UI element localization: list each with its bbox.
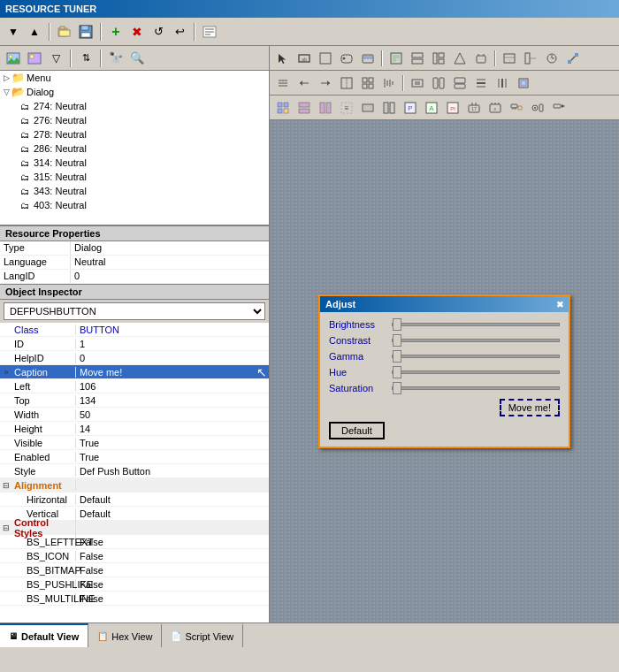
hue-label: Hue	[329, 367, 386, 378]
open-btn[interactable]	[55, 22, 74, 42]
rtb-btn5[interactable]	[386, 49, 406, 68]
svg-rect-25	[393, 58, 396, 62]
tree-item-dialog[interactable]: ▽ 📂 Dialog	[0, 85, 269, 99]
rtb-btn10[interactable]: ↑	[500, 49, 519, 68]
rtb-btn6[interactable]	[408, 49, 427, 68]
tree-item-314[interactable]: 🗂 314: Neutral	[0, 156, 269, 170]
rtb3-btn13[interactable]	[528, 98, 547, 118]
rtb-btn4[interactable]	[358, 49, 378, 68]
rtb2-btn11[interactable]	[493, 73, 512, 93]
properties-btn[interactable]	[200, 22, 219, 42]
tree-item-274[interactable]: 🗂 274: Neutral	[0, 99, 269, 113]
rtb3-btn12[interactable]: OK	[507, 98, 526, 118]
hue-slider[interactable]	[392, 370, 560, 374]
svg-text:PI: PI	[450, 106, 455, 111]
rtb3-btn7[interactable]: P	[401, 98, 420, 118]
hue-thumb[interactable]	[393, 366, 401, 378]
undo-btn[interactable]: ↩	[170, 22, 189, 42]
rtb-btn13[interactable]	[563, 49, 583, 68]
rtb2-btn9[interactable]	[450, 73, 470, 93]
rtb-btn2[interactable]	[316, 49, 335, 68]
tree-item-315[interactable]: 🗂 315: Neutral	[0, 170, 269, 184]
arrow-down-btn[interactable]: ▼	[4, 22, 23, 42]
image-btn1[interactable]	[4, 49, 23, 68]
svg-rect-96	[390, 103, 394, 113]
find-btn[interactable]: 🔍	[127, 49, 147, 68]
saturation-thumb[interactable]	[393, 382, 401, 394]
delete-btn[interactable]: ✖	[127, 22, 147, 42]
brightness-thumb[interactable]	[393, 318, 401, 331]
sep-l2	[100, 50, 102, 67]
tree-item-278[interactable]: 🗂 278: Neutral	[0, 127, 269, 141]
rtb2-btn8[interactable]	[429, 73, 448, 93]
rtb3-btn10[interactable]: 17	[464, 98, 484, 118]
rtb2-btn6[interactable]	[379, 73, 399, 93]
add-btn[interactable]: +	[106, 22, 126, 42]
rtb3-btn4[interactable]: ≡	[337, 98, 356, 118]
object-dropdown[interactable]: DEFPUSHBUTTON	[4, 302, 265, 320]
gamma-thumb[interactable]	[393, 350, 401, 363]
arrow-up-btn[interactable]: ▲	[25, 22, 44, 42]
default-btn[interactable]: Default	[329, 422, 385, 439]
constrast-thumb[interactable]	[393, 334, 401, 347]
oprop-caption[interactable]: » Caption Move me! ↖	[0, 365, 269, 379]
tree-label-dialog: Dialog	[27, 87, 54, 97]
rtb2-btn7[interactable]	[408, 73, 427, 93]
rtb3-btn8[interactable]: A	[422, 98, 441, 118]
tab-default-view[interactable]: 🖥 Default View	[0, 623, 88, 647]
rtb-btn3[interactable]	[337, 49, 356, 68]
moveme-container: Move me!	[329, 399, 560, 416]
sim-close-btn[interactable]: ✖	[556, 300, 563, 309]
tab-script-view[interactable]: 📄 Script View	[162, 623, 243, 647]
tree-label-274: 274: Neutral	[34, 101, 87, 111]
rtb2-btn2[interactable]	[294, 73, 314, 93]
svg-rect-81	[284, 109, 288, 113]
rtb-pointer[interactable]	[273, 49, 293, 68]
rtb-btn7[interactable]	[429, 49, 448, 68]
rtb2-btn5[interactable]	[358, 73, 378, 93]
rtb3-btn3[interactable]	[316, 98, 335, 118]
svg-rect-23	[393, 55, 396, 58]
rtb3-btn6[interactable]	[379, 98, 399, 118]
refresh-btn[interactable]: ↺	[149, 22, 168, 42]
moveme-btn[interactable]: Move me!	[500, 399, 560, 416]
filter-btn[interactable]: ▽	[46, 49, 65, 68]
object-prop-table: Class BUTTON ID 1 HelpID 0 »	[0, 323, 269, 622]
brightness-row: Brightness	[329, 319, 560, 330]
save-btn[interactable]	[76, 22, 96, 42]
tree-item-343[interactable]: 🗂 343: Neutral	[0, 184, 269, 198]
rtb2-btn3[interactable]	[316, 73, 335, 93]
rtb-btn12[interactable]	[542, 49, 562, 68]
constrast-slider[interactable]	[392, 339, 560, 342]
tree-item-403[interactable]: 🗂 403: Neutral	[0, 198, 269, 212]
rtb2-btn10[interactable]	[471, 73, 491, 93]
rtb-btn8[interactable]	[450, 49, 470, 68]
rtb3-btn1[interactable]	[273, 98, 293, 118]
image-btn2[interactable]	[25, 49, 44, 68]
rtb3-btn11[interactable]: ≡	[485, 98, 505, 118]
tree-item-286[interactable]: 🗂 286: Neutral	[0, 141, 269, 156]
tab-hex-view[interactable]: 📋 Hex View	[88, 623, 162, 647]
rtb3-btn9[interactable]: PI	[443, 98, 462, 118]
rtb3-btn14[interactable]	[549, 98, 569, 118]
rtb-btn9[interactable]	[471, 49, 491, 68]
brightness-slider[interactable]	[392, 323, 560, 326]
sort-btn[interactable]: ⇅	[76, 49, 96, 68]
rtb3-btn2[interactable]	[294, 98, 314, 118]
rtb2-btn1[interactable]	[273, 73, 293, 93]
prop-type-row: Type Dialog	[0, 241, 269, 256]
gamma-slider[interactable]	[392, 355, 560, 358]
saturation-slider[interactable]	[392, 386, 560, 390]
rtb-btn1[interactable]: ab	[294, 49, 314, 68]
tree-area[interactable]: ▷ 📁 Menu ▽ 📂 Dialog 🗂 274: Neutral 🗂 276…	[0, 71, 269, 225]
tree-item-276[interactable]: 🗂 276: Neutral	[0, 113, 269, 127]
rtb3-btn5[interactable]	[358, 98, 378, 118]
tree-item-menu[interactable]: ▷ 📁 Menu	[0, 71, 269, 85]
rtb2-btn12[interactable]	[514, 73, 533, 93]
prop-type-label: Type	[0, 241, 71, 255]
svg-rect-55	[363, 78, 367, 82]
rtb-btn11[interactable]	[521, 49, 540, 68]
folder-icon-dialog: 📂	[11, 85, 25, 99]
rtb2-btn4[interactable]	[337, 73, 356, 93]
binoculars-btn[interactable]: 🔭	[106, 49, 126, 68]
